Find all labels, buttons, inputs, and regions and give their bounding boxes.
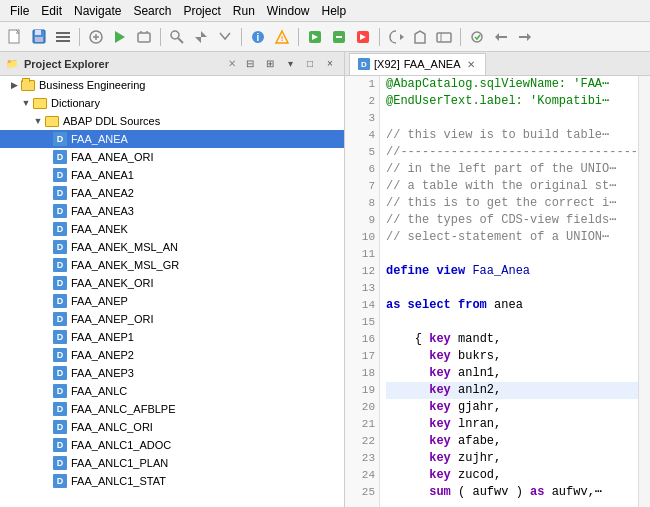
menu-run[interactable]: Run — [227, 2, 261, 20]
explorer-menu-btn[interactable]: ▾ — [282, 56, 298, 72]
toolbar-btn-15[interactable] — [385, 26, 407, 48]
line-numbers: 1 2 3 4 5 6 7 8 9 10 11 12 13 14 15 16 1… — [345, 76, 380, 507]
tree-item-8[interactable]: D FAA_ANEK_ORI — [0, 274, 344, 292]
explorer-max-btn[interactable]: □ — [302, 56, 318, 72]
tree-item-7[interactable]: D FAA_ANEK_MSL_GR — [0, 256, 344, 274]
line-num-1: 1 — [349, 76, 375, 93]
toolbar-btn-7[interactable] — [166, 26, 188, 48]
tree-item-4[interactable]: D FAA_ANEA3 — [0, 202, 344, 220]
tree-item-16[interactable]: D FAA_ANLC_ORI — [0, 418, 344, 436]
editor-tab-context: [X92] — [374, 58, 400, 70]
toolbar-btn-20[interactable] — [514, 26, 536, 48]
toolbar-btn-save[interactable] — [28, 26, 50, 48]
svg-text:i: i — [257, 32, 260, 43]
item-label-9: FAA_ANEP — [71, 295, 128, 307]
svg-point-29 — [472, 32, 482, 42]
toolbar-btn-12[interactable] — [304, 26, 326, 48]
explorer-close-btn[interactable]: × — [322, 56, 338, 72]
tree-item-business-engineering[interactable]: ▶ Business Engineering — [0, 76, 344, 94]
toolbar-btn-13[interactable] — [328, 26, 350, 48]
menu-navigate[interactable]: Navigate — [68, 2, 127, 20]
svg-line-15 — [178, 38, 183, 43]
menu-file[interactable]: File — [4, 2, 35, 20]
tree-item-dictionary[interactable]: ▼ Dictionary — [0, 94, 344, 112]
tree-item-15[interactable]: D FAA_ANLC_AFBLPE — [0, 400, 344, 418]
menu-project[interactable]: Project — [177, 2, 226, 20]
editor-scrollbar[interactable] — [638, 76, 650, 507]
tree-item-3[interactable]: D FAA_ANEA2 — [0, 184, 344, 202]
menu-bar: File Edit Navigate Search Project Run Wi… — [0, 0, 650, 22]
menu-edit[interactable]: Edit — [35, 2, 68, 20]
item-label-be: Business Engineering — [39, 79, 145, 91]
tree-item-5[interactable]: D FAA_ANEK — [0, 220, 344, 238]
item-label-19: FAA_ANLC1_STAT — [71, 475, 166, 487]
toolbar-btn-8[interactable] — [190, 26, 212, 48]
menu-window[interactable]: Window — [261, 2, 316, 20]
tree-item-17[interactable]: D FAA_ANLC1_ADOC — [0, 436, 344, 454]
toolbar-btn-11[interactable]: ! — [271, 26, 293, 48]
menu-search[interactable]: Search — [127, 2, 177, 20]
folder-open-icon — [32, 95, 48, 111]
item-label-12: FAA_ANEP2 — [71, 349, 134, 361]
toolbar-btn-6[interactable] — [133, 26, 155, 48]
toolbar-btn-18[interactable] — [466, 26, 488, 48]
code-line-22: key afabe, — [386, 433, 638, 450]
line-num-8: 8 — [349, 195, 375, 212]
editor-tab-close-btn[interactable]: ✕ — [465, 58, 477, 70]
explorer-header: 📁 Project Explorer ✕ ⊟ ⊞ ▾ □ × — [0, 52, 344, 76]
item-label-2: FAA_ANEA1 — [71, 169, 134, 181]
d-icon-1: D — [52, 149, 68, 165]
code-line-23: key zujhr, — [386, 450, 638, 467]
tree-item-13[interactable]: D FAA_ANEP3 — [0, 364, 344, 382]
code-line-19: key anln2, — [386, 382, 638, 399]
svg-marker-26 — [400, 34, 404, 40]
code-line-4: // this view is to build table⋯ — [386, 127, 638, 144]
explorer-panel: 📁 Project Explorer ✕ ⊟ ⊞ ▾ □ × ▶ Busines… — [0, 52, 345, 507]
item-label-10: FAA_ANEP_ORI — [71, 313, 154, 325]
tree-item-6[interactable]: D FAA_ANEK_MSL_AN — [0, 238, 344, 256]
toolbar-btn-9[interactable] — [214, 26, 236, 48]
explorer-view-btn[interactable]: ⊞ — [262, 56, 278, 72]
item-label-15: FAA_ANLC_AFBLPE — [71, 403, 176, 415]
item-label-8: FAA_ANEK_ORI — [71, 277, 154, 289]
toolbar-btn-14[interactable] — [352, 26, 374, 48]
toolbar-btn-5[interactable] — [109, 26, 131, 48]
item-label-13: FAA_ANEP3 — [71, 367, 134, 379]
d-icon-18: D — [52, 455, 68, 471]
tree-item-14[interactable]: D FAA_ANLC — [0, 382, 344, 400]
line-num-9: 9 — [349, 212, 375, 229]
d-icon-4: D — [52, 203, 68, 219]
toolbar-btn-19[interactable] — [490, 26, 512, 48]
editor-content[interactable]: 1 2 3 4 5 6 7 8 9 10 11 12 13 14 15 16 1… — [345, 76, 650, 507]
code-line-3 — [386, 110, 638, 127]
code-line-17: key bukrs, — [386, 348, 638, 365]
code-line-2: @EndUserText.label: 'Kompatibi⋯ — [386, 93, 638, 110]
item-label-7: FAA_ANEK_MSL_GR — [71, 259, 179, 271]
tree-item-19[interactable]: D FAA_ANLC1_STAT — [0, 472, 344, 490]
menu-help[interactable]: Help — [316, 2, 353, 20]
toolbar-btn-new[interactable] — [4, 26, 26, 48]
explorer-minimize-btn[interactable]: ⊟ — [242, 56, 258, 72]
tree-item-11[interactable]: D FAA_ANEP1 — [0, 328, 344, 346]
toolbar-btn-3[interactable] — [52, 26, 74, 48]
d-icon-12: D — [52, 347, 68, 363]
tree-item-10[interactable]: D FAA_ANEP_ORI — [0, 310, 344, 328]
tree-area[interactable]: ▶ Business Engineering ▼ Dictionary ▼ AB… — [0, 76, 344, 507]
code-area[interactable]: @AbapCatalog.sqlViewName: 'FAA⋯ @EndUser… — [380, 76, 638, 507]
tree-item-18[interactable]: D FAA_ANLC1_PLAN — [0, 454, 344, 472]
tree-item-1[interactable]: D FAA_ANEA_ORI — [0, 148, 344, 166]
editor-tab-faa-anea[interactable]: D [X92] FAA_ANEA ✕ — [349, 53, 486, 75]
tree-item-abap-ddl[interactable]: ▼ ABAP DDL Sources — [0, 112, 344, 130]
tree-item-faa-anea[interactable]: D FAA_ANEA — [0, 130, 344, 148]
toolbar-btn-16[interactable] — [409, 26, 431, 48]
main-area: 📁 Project Explorer ✕ ⊟ ⊞ ▾ □ × ▶ Busines… — [0, 52, 650, 507]
line-num-23: 23 — [349, 450, 375, 467]
tree-item-2[interactable]: D FAA_ANEA1 — [0, 166, 344, 184]
toolbar-sep-1 — [79, 28, 80, 46]
tree-item-9[interactable]: D FAA_ANEP — [0, 292, 344, 310]
tree-item-12[interactable]: D FAA_ANEP2 — [0, 346, 344, 364]
toolbar-btn-4[interactable] — [85, 26, 107, 48]
toolbar-btn-10[interactable]: i — [247, 26, 269, 48]
d-icon-3: D — [52, 185, 68, 201]
toolbar-btn-17[interactable] — [433, 26, 455, 48]
